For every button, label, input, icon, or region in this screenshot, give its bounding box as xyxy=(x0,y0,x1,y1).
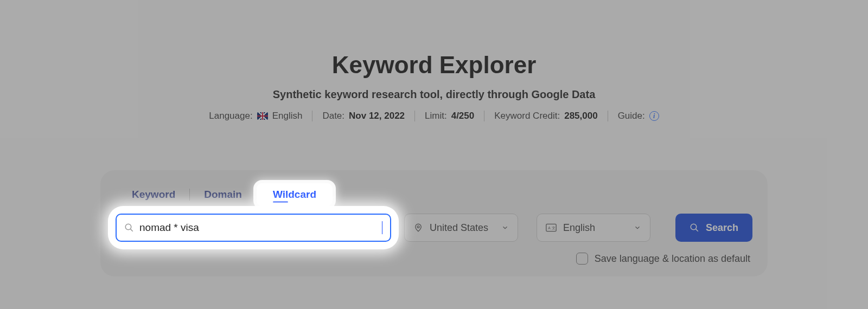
uk-flag-icon xyxy=(257,112,268,120)
meta-credit: Keyword Credit: 285,000 xyxy=(484,111,607,121)
country-value: United States xyxy=(430,222,488,234)
save-default-row[interactable]: Save language & location as default xyxy=(116,253,750,265)
meta-date[interactable]: Date: Nov 12, 2022 xyxy=(312,111,414,121)
meta-bar: Language: English Date: Nov 12, 2022 Lim… xyxy=(199,111,668,121)
meta-guide-label: Guide: xyxy=(618,111,645,121)
meta-guide[interactable]: Guide: i xyxy=(608,111,669,121)
save-default-checkbox[interactable] xyxy=(576,253,588,265)
meta-date-label: Date: xyxy=(322,111,344,121)
meta-language-label: Language: xyxy=(209,111,252,121)
svg-point-6 xyxy=(691,224,697,230)
search-icon xyxy=(690,223,699,233)
page: Keyword Explorer Synthetic keyword resea… xyxy=(0,0,868,309)
meta-date-value: Nov 12, 2022 xyxy=(349,111,405,121)
page-subtitle: Synthetic keyword research tool, directl… xyxy=(273,88,596,101)
page-title: Keyword Explorer xyxy=(332,52,537,79)
svg-line-1 xyxy=(131,229,133,231)
map-pin-icon xyxy=(413,223,423,233)
meta-language[interactable]: Language: English xyxy=(199,111,312,121)
tab-keyword[interactable]: Keyword xyxy=(118,184,189,205)
meta-credit-value: 285,000 xyxy=(564,111,597,121)
chevron-down-icon xyxy=(634,224,641,231)
controls-row: United States A 文 English xyxy=(116,214,752,242)
tab-domain[interactable]: Domain xyxy=(190,184,256,205)
text-caret xyxy=(382,221,382,234)
search-input-wrap xyxy=(116,214,391,242)
language-select[interactable]: A 文 English xyxy=(537,214,650,242)
meta-credit-label: Keyword Credit: xyxy=(494,111,560,121)
language-icon: A 文 xyxy=(546,223,557,232)
chevron-down-icon xyxy=(501,224,509,231)
info-icon[interactable]: i xyxy=(649,111,659,121)
svg-point-2 xyxy=(417,226,419,228)
svg-line-7 xyxy=(696,229,698,231)
svg-text:A: A xyxy=(548,226,551,230)
meta-limit-label: Limit: xyxy=(425,111,447,121)
search-field[interactable] xyxy=(116,214,391,242)
search-button-label: Search xyxy=(706,222,738,234)
tabs: Keyword Domain Wildcard xyxy=(118,183,752,206)
tab-wildcard[interactable]: Wildcard xyxy=(257,183,333,206)
save-default-label: Save language & location as default xyxy=(595,253,750,265)
meta-language-value: English xyxy=(272,111,303,121)
search-icon xyxy=(124,223,134,233)
country-select[interactable]: United States xyxy=(404,214,518,242)
search-panel: Keyword Domain Wildcard xyxy=(100,170,768,276)
meta-limit: Limit: 4/250 xyxy=(414,111,484,121)
language-value: English xyxy=(563,222,595,234)
search-input[interactable] xyxy=(139,222,380,234)
search-button[interactable]: Search xyxy=(675,214,752,242)
meta-limit-value: 4/250 xyxy=(451,111,475,121)
svg-text:文: 文 xyxy=(552,226,556,230)
svg-point-0 xyxy=(125,224,131,230)
